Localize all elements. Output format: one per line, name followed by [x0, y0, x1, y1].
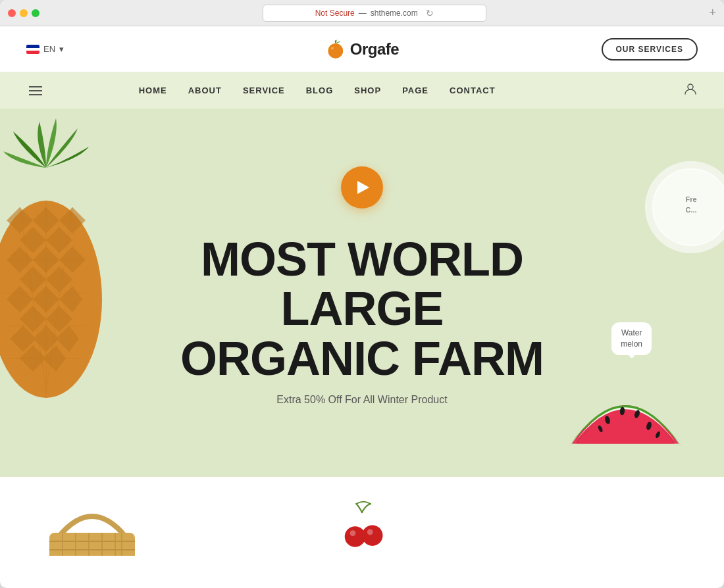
site-topbar: EN ▾ Orgafe OUR SERVICES [0, 26, 724, 72]
nav-menu: HOME ABOUT SERVICE BLOG SHOP PAGE CONTAC… [139, 86, 496, 95]
logo-text: Orgafe [350, 40, 399, 59]
our-services-button[interactable]: OUR SERVICES [602, 38, 698, 61]
hero-title: MOST WORLD LARGE ORGANIC FARM [132, 235, 592, 384]
watermelon-decoration [566, 358, 685, 464]
browser-chrome: Not Secure — shtheme.com ↻ + [0, 0, 724, 26]
speech-bubble-text: Watermelon [621, 328, 642, 349]
play-button[interactable] [341, 166, 383, 208]
hamburger-line-1 [29, 86, 42, 87]
flag-icon [26, 45, 39, 54]
logo-area[interactable]: Orgafe [325, 39, 399, 60]
refresh-icon[interactable]: ↻ [426, 8, 434, 18]
hero-title-line1: MOST WORLD LARGE [201, 233, 523, 335]
address-bar: Not Secure — shtheme.com ↻ [46, 5, 702, 22]
speech-bubble: Watermelon [611, 322, 652, 355]
lang-dropdown-icon: ▾ [59, 44, 64, 54]
cherry-decoration [339, 497, 385, 556]
site-navbar: HOME ABOUT SERVICE BLOG SHOP PAGE CONTAC… [0, 72, 724, 109]
hero-section: Fre C... MOST WORLD LARGE ORGANIC FARM E… [0, 109, 724, 477]
nav-item-about[interactable]: ABOUT [188, 86, 222, 95]
nav-item-service[interactable]: SERVICE [243, 86, 285, 95]
nav-item-page[interactable]: PAGE [402, 86, 428, 95]
browser-window: Not Secure — shtheme.com ↻ + EN ▾ [0, 0, 724, 588]
bottom-section [0, 477, 724, 556]
svg-point-1 [328, 43, 343, 58]
user-icon-button[interactable] [683, 82, 698, 99]
svg-point-32 [350, 530, 356, 536]
logo-icon [325, 39, 346, 60]
traffic-lights [8, 9, 39, 17]
nav-item-blog[interactable]: BLOG [306, 86, 334, 95]
maximize-button[interactable] [32, 9, 39, 17]
address-domain: shtheme.com [371, 9, 418, 18]
language-selector[interactable]: EN ▾ [26, 44, 64, 54]
user-icon [683, 82, 698, 96]
hero-subtitle: Extra 50% Off For All Winter Product [276, 394, 447, 406]
nav-item-contact[interactable]: CONTACT [450, 86, 496, 95]
hamburger-line-2 [29, 90, 42, 91]
circle-decoration: Fre C... [645, 161, 724, 253]
pineapple-decoration [0, 115, 112, 444]
play-icon [357, 181, 369, 194]
new-tab-button[interactable]: + [709, 6, 716, 20]
minimize-button[interactable] [20, 9, 28, 17]
nav-item-home[interactable]: HOME [139, 86, 167, 95]
basket-decoration [39, 497, 145, 556]
address-separator: — [359, 9, 367, 18]
svg-text:C...: C... [685, 206, 696, 214]
svg-point-33 [362, 525, 383, 546]
svg-point-34 [367, 529, 373, 535]
hamburger-menu[interactable] [26, 84, 45, 98]
url-input[interactable]: Not Secure — shtheme.com ↻ [263, 5, 486, 22]
svg-text:Fre: Fre [685, 195, 696, 203]
lang-label: EN [43, 44, 55, 54]
hero-title-line2: ORGANIC FARM [180, 332, 544, 385]
svg-point-3 [688, 84, 693, 89]
close-button[interactable] [8, 9, 16, 17]
nav-item-shop[interactable]: SHOP [354, 86, 381, 95]
hamburger-line-3 [29, 94, 42, 95]
not-secure-label: Not Secure [315, 9, 355, 18]
